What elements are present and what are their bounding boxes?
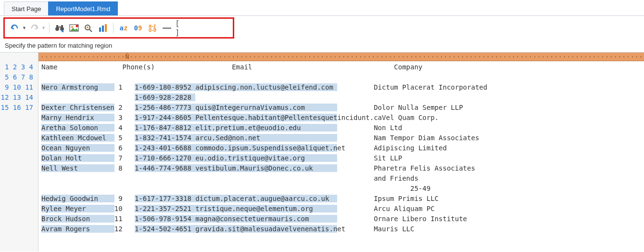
zoom-field-button[interactable]	[82, 22, 95, 34]
bars-icon	[99, 24, 107, 32]
bracket-pattern-button[interactable]: [ ]	[175, 22, 188, 34]
svg-rect-2	[56, 25, 58, 27]
separator	[113, 23, 114, 33]
redo-button[interactable]	[28, 22, 40, 34]
hint-bar: Specify the pattern for matching region	[0, 40, 644, 53]
svg-rect-11	[99, 27, 101, 32]
line-gutter: 1 2 3 4 5 6 7 8 9 10 11 12 13 14 15 16 1…	[0, 61, 38, 252]
ruler[interactable]: ····················Ñ···················…	[38, 53, 644, 61]
redo-dropdown[interactable]: ▼	[41, 26, 45, 30]
o9-icon: 09	[134, 24, 142, 32]
range-pattern-button[interactable]: a-z 0-9	[146, 22, 159, 34]
image-field-button[interactable]	[68, 22, 80, 34]
svg-point-10	[87, 27, 88, 28]
tab-start-page[interactable]: Start Page	[4, 1, 49, 15]
numeric-pattern-button[interactable]: 09	[132, 22, 144, 34]
image-field-icon	[69, 24, 79, 32]
tab-strip: Start Page ReportModel1.Rmd	[0, 0, 644, 15]
binoculars-icon	[55, 24, 64, 32]
bracket-icon: [ ]	[175, 19, 188, 37]
az-icon: az	[120, 24, 128, 32]
undo-dropdown[interactable]: ▼	[22, 26, 26, 30]
svg-point-0	[55, 27, 59, 31]
svg-line-9	[89, 29, 92, 32]
bars-field-button[interactable]	[97, 22, 109, 34]
tab-report-model[interactable]: ReportModel1.Rmd	[48, 1, 118, 15]
magnify-icon	[84, 24, 93, 32]
blank-icon	[163, 27, 171, 29]
code-area[interactable]: Name Phone(s) Email Company Nero Armstro…	[38, 61, 644, 252]
toolbar-area: ▼ ▼ az 09 a-z 0-9 [ ]	[0, 16, 644, 40]
alpha-pattern-button[interactable]: az	[117, 22, 130, 34]
editor: 1 2 3 4 5 6 7 8 9 10 11 12 13 14 15 16 1…	[0, 61, 644, 252]
svg-rect-4	[58, 27, 61, 27]
find-replace-button[interactable]	[53, 22, 66, 34]
ruler-dots: ····················Ñ···················…	[38, 53, 644, 61]
svg-rect-13	[105, 24, 107, 32]
svg-point-6	[71, 26, 73, 28]
blank-pattern-button[interactable]	[161, 22, 173, 34]
ruler-row: ····················Ñ···················…	[0, 53, 644, 61]
range-icon: a-z 0-9	[149, 24, 156, 32]
separator	[49, 23, 50, 33]
gutter-corner	[0, 53, 38, 61]
toolbar: ▼ ▼ az 09 a-z 0-9 [ ]	[0, 16, 644, 40]
svg-rect-12	[102, 26, 104, 32]
svg-point-1	[60, 27, 64, 31]
svg-point-7	[76, 25, 78, 27]
svg-rect-3	[61, 25, 63, 27]
undo-icon	[11, 25, 19, 31]
redo-icon	[30, 25, 38, 31]
undo-button[interactable]	[9, 22, 21, 34]
